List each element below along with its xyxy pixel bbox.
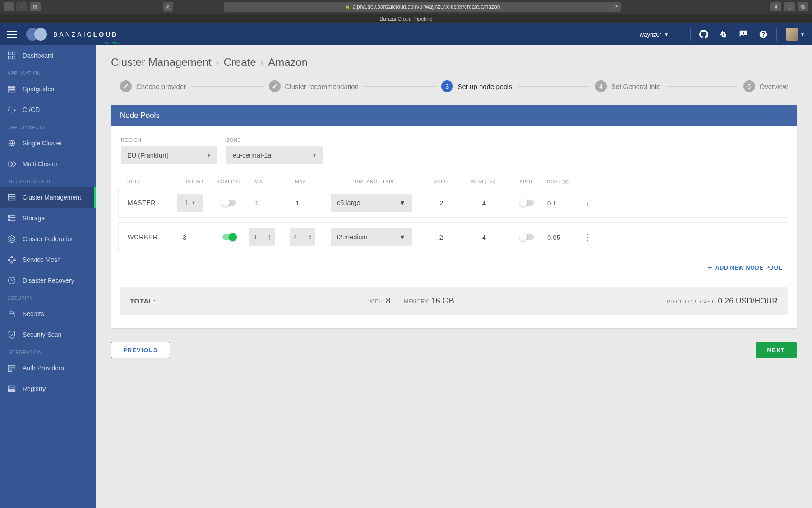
reload-icon[interactable]: ⟳ bbox=[614, 4, 618, 10]
sidebar-item-single-cluster[interactable]: Single Cluster bbox=[0, 133, 96, 154]
sidebar-item-label: Single Cluster bbox=[23, 140, 62, 147]
sidebar-item-auth-providers[interactable]: Auth Providers bbox=[0, 358, 96, 378]
plus-icon: + bbox=[707, 264, 712, 272]
min-input[interactable]: 3▲▼ bbox=[249, 228, 275, 246]
breadcrumb: Cluster Management › Create › Amazon bbox=[111, 56, 797, 69]
zone-select[interactable]: eu-central-1a ▼ bbox=[226, 146, 323, 164]
svg-point-15 bbox=[9, 216, 10, 217]
region-select[interactable]: EU (Frankfurt) ▼ bbox=[121, 146, 217, 164]
main-content: Cluster Management › Create › Amazon Cho… bbox=[96, 45, 812, 508]
add-node-pool-button[interactable]: + ADD NEW NODE POOL bbox=[118, 256, 789, 272]
downloads-button[interactable]: ⬇ bbox=[770, 2, 781, 11]
row-menu-button[interactable]: ⋮ bbox=[583, 198, 592, 208]
svg-rect-11 bbox=[9, 196, 15, 198]
chevron-down-icon: ▼ bbox=[191, 200, 195, 205]
chevron-right-icon: › bbox=[216, 57, 219, 68]
col-scaling: SCALING bbox=[208, 179, 249, 184]
col-cost: COST ($) bbox=[547, 179, 583, 184]
sidebar-item-service-mesh[interactable]: Service Mesh bbox=[0, 249, 96, 270]
share-button[interactable]: ⇪ bbox=[784, 2, 795, 11]
sidebar-item-label: Disaster Recovery bbox=[23, 277, 74, 284]
dashboard-icon bbox=[7, 51, 16, 60]
sidebar-item-storage[interactable]: Storage bbox=[0, 208, 96, 228]
slack-icon[interactable] bbox=[719, 29, 729, 39]
sidebar-item-cluster-management[interactable]: Cluster Management bbox=[0, 187, 96, 208]
sidebar-item-label: Security Scan bbox=[23, 331, 61, 338]
next-button[interactable]: NEXT bbox=[756, 342, 797, 358]
nav-forward-button[interactable]: › bbox=[16, 2, 27, 11]
add-node-pool-label: ADD NEW NODE POOL bbox=[715, 265, 782, 271]
instance-type-select[interactable]: c5.large▼ bbox=[331, 194, 412, 212]
breadcrumb-1[interactable]: Create bbox=[223, 56, 256, 69]
sidebar-item-label: Storage bbox=[23, 214, 45, 222]
multi-icon bbox=[7, 159, 16, 168]
registry-icon bbox=[7, 384, 16, 393]
app-header: BANZAICLOUD ALPHA waynz0r ▼ ▼ bbox=[0, 23, 812, 45]
spot-toggle[interactable] bbox=[520, 234, 534, 240]
sidebar-item-multi-cluster[interactable]: Multi Cluster bbox=[0, 154, 96, 174]
mem-value: 4 bbox=[461, 233, 507, 241]
sidebar-item-label: CI/CD bbox=[23, 106, 40, 113]
col-min: MIN bbox=[249, 179, 290, 184]
zone-value: eu-central-1a bbox=[233, 152, 271, 159]
count-select[interactable]: 1▼ bbox=[177, 194, 203, 212]
url-bar[interactable]: 🔒 alpha.dev.banzaicloud.com/ui/waynz0r/c… bbox=[224, 2, 621, 12]
sidebar-item-dashboard[interactable]: Dashboard bbox=[0, 45, 96, 66]
step-1[interactable]: Choose provider bbox=[120, 80, 186, 92]
col-count: COUNT bbox=[177, 179, 208, 184]
vcpu-value: 2 bbox=[421, 199, 461, 207]
nav-back-button[interactable]: ‹ bbox=[4, 2, 14, 11]
sidebar: DashboardAPPLICATIONSpotguidesCI/CDDEPLO… bbox=[0, 45, 96, 508]
brand-logo[interactable]: BANZAICLOUD ALPHA bbox=[26, 29, 118, 40]
sidebar-item-disaster-recovery[interactable]: Disaster Recovery bbox=[0, 270, 96, 291]
instance-type-select[interactable]: t2.medium▼ bbox=[331, 228, 412, 246]
scaling-toggle[interactable] bbox=[222, 234, 236, 240]
sidebar-section-header: INTEGRATION bbox=[0, 345, 96, 358]
mem-value: 4 bbox=[461, 199, 507, 207]
cost-value: 0.1 bbox=[547, 199, 583, 207]
user-menu[interactable]: waynz0r ▼ bbox=[640, 31, 669, 38]
github-icon[interactable] bbox=[699, 29, 709, 39]
role-label: MASTER bbox=[128, 199, 177, 206]
totals-vcpu: vCPU:8 bbox=[369, 296, 391, 306]
zone-label: ZONE bbox=[226, 137, 323, 143]
row-menu-button[interactable]: ⋮ bbox=[583, 232, 592, 242]
avatar-caret-icon[interactable]: ▼ bbox=[800, 32, 805, 37]
breadcrumb-0[interactable]: Cluster Management bbox=[111, 56, 212, 69]
totals-label: TOTAL: bbox=[130, 297, 156, 305]
cluster-icon bbox=[7, 193, 16, 202]
svg-rect-0 bbox=[9, 52, 11, 55]
step-label: Cluster recommendation bbox=[285, 83, 359, 90]
region-value: EU (Frankfurt) bbox=[127, 152, 169, 159]
tabs-button[interactable]: ⧉ bbox=[798, 2, 808, 11]
sidebar-item-security-scan[interactable]: Security Scan bbox=[0, 324, 96, 345]
previous-button[interactable]: PREVIOUS bbox=[111, 342, 170, 358]
max-input[interactable]: 4▲▼ bbox=[290, 228, 315, 246]
node-pool-row: MASTER1▼11c5.large▼240.1⋮ bbox=[118, 188, 789, 218]
step-circle bbox=[120, 80, 132, 92]
svg-rect-12 bbox=[9, 199, 15, 200]
svg-rect-2 bbox=[9, 56, 11, 59]
sidebar-item-label: Dashboard bbox=[23, 52, 54, 59]
site-info-button[interactable]: ◎ bbox=[163, 2, 173, 12]
help-icon[interactable] bbox=[758, 29, 768, 39]
svg-rect-1 bbox=[13, 52, 15, 55]
sidebar-item-ci-cd[interactable]: CI/CD bbox=[0, 99, 96, 120]
cicd-icon bbox=[7, 105, 16, 114]
avatar[interactable] bbox=[786, 28, 798, 41]
sidebar-item-registry[interactable]: Registry bbox=[0, 378, 96, 399]
scaling-toggle[interactable] bbox=[222, 200, 236, 206]
sidebar-toggle-button[interactable]: ▥ bbox=[30, 2, 41, 11]
tab-title[interactable]: Banzai Cloud Pipeline bbox=[379, 16, 432, 22]
breadcrumb-2: Amazon bbox=[268, 56, 308, 69]
new-tab-button[interactable]: + bbox=[805, 15, 809, 23]
menu-toggle-button[interactable] bbox=[7, 31, 17, 38]
sidebar-item-cluster-federation[interactable]: Cluster Federation bbox=[0, 228, 96, 249]
secrets-icon bbox=[7, 309, 16, 318]
spot-toggle[interactable] bbox=[520, 200, 534, 206]
step-2[interactable]: Cluster recommendation bbox=[269, 80, 359, 92]
svg-rect-3 bbox=[13, 56, 15, 59]
sidebar-item-secrets[interactable]: Secrets bbox=[0, 303, 96, 324]
feedback-icon[interactable] bbox=[738, 29, 748, 39]
sidebar-item-spotguides[interactable]: Spotguides bbox=[0, 79, 96, 99]
